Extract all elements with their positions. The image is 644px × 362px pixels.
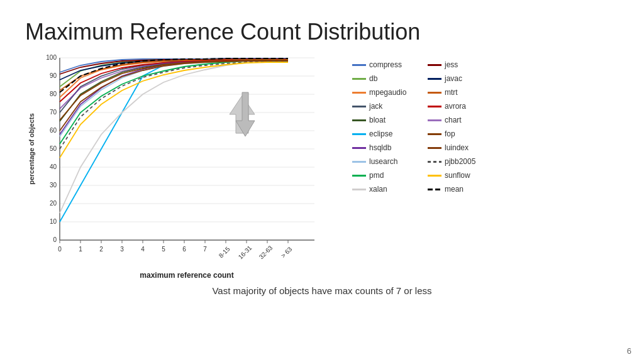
- legend-line-lusearch: [352, 161, 366, 163]
- svg-text:percentage of objects: percentage of objects: [28, 113, 35, 185]
- legend-line-xalan: [352, 189, 366, 190]
- legend-item-db: db: [352, 72, 428, 85]
- page-number: 6: [627, 346, 631, 356]
- svg-text:0: 0: [58, 246, 62, 253]
- svg-text:5: 5: [162, 246, 165, 253]
- legend-item-xalan: xalan: [352, 182, 428, 196]
- svg-text:6: 6: [182, 246, 186, 253]
- legend-item-bloat: bloat: [352, 113, 428, 127]
- svg-text:0: 0: [53, 236, 57, 243]
- svg-text:40: 40: [50, 163, 57, 170]
- legend-line-compress: [352, 64, 366, 66]
- legend-label-pjbb2005: pjbb2005: [445, 157, 475, 166]
- svg-text:10: 10: [50, 218, 57, 225]
- legend-item-eclipse: eclipse: [352, 127, 428, 141]
- legend-label-pmd: pmd: [369, 171, 384, 180]
- legend-label-db: db: [369, 74, 377, 83]
- legend-label-mtrt: mtrt: [445, 88, 458, 97]
- legend-label-javac: javac: [445, 74, 462, 83]
- svg-text:3: 3: [120, 246, 124, 253]
- legend-line-mean: [428, 189, 441, 190]
- legend-item-chart: chart: [428, 113, 509, 127]
- legend-line-pmd: [352, 175, 366, 177]
- legend-item-mtrt: mtrt: [428, 85, 509, 99]
- legend-label-chart: chart: [445, 116, 462, 124]
- legend-item-fop: fop: [428, 127, 509, 141]
- legend-line-chart: [428, 119, 441, 121]
- legend-line-mpegaudio: [352, 92, 366, 94]
- svg-text:20: 20: [50, 200, 57, 207]
- legend-item-mean: mean: [428, 182, 509, 196]
- legend-label-avrora: avrora: [445, 102, 466, 111]
- legend-label-eclipse: eclipse: [369, 129, 392, 138]
- legend-line-javac: [428, 78, 441, 80]
- legend-item-javac: javac: [428, 72, 509, 85]
- legend-item-avrora: avrora: [428, 99, 509, 113]
- legend-label-lusearch: lusearch: [369, 157, 397, 166]
- svg-text:30: 30: [50, 182, 57, 189]
- svg-text:> 63: > 63: [280, 245, 294, 259]
- caption: Vast majority of objects have max counts…: [25, 285, 619, 296]
- svg-text:maximum reference count: maximum reference count: [140, 271, 233, 280]
- svg-text:32-63: 32-63: [258, 244, 274, 260]
- legend-line-jack: [352, 106, 366, 107]
- legend-line-luindex: [428, 147, 441, 149]
- svg-text:100: 100: [46, 54, 57, 61]
- legend-label-bloat: bloat: [369, 116, 386, 124]
- legend-label-fop: fop: [445, 129, 455, 138]
- legend-line-fop: [428, 133, 441, 135]
- svg-text:60: 60: [50, 127, 57, 134]
- legend-item-jess: jess: [428, 58, 509, 72]
- legend-item-jack: jack: [352, 99, 428, 113]
- svg-text:1: 1: [79, 246, 82, 253]
- legend-item-hsqldb: hsqldb: [352, 141, 428, 155]
- chart-svg: 0 10 20 30 40 50 60 70 8: [25, 52, 346, 284]
- legend-label-sunflow: sunflow: [445, 171, 470, 180]
- svg-text:16-31: 16-31: [237, 244, 253, 260]
- legend-line-eclipse: [352, 133, 366, 135]
- legend-label-luindex: luindex: [445, 143, 469, 152]
- legend-label-jack: jack: [369, 102, 382, 111]
- legend-label-mpegaudio: mpegaudio: [369, 88, 406, 97]
- svg-text:2: 2: [99, 246, 103, 253]
- legend-line-db: [352, 78, 366, 80]
- legend-label-mean: mean: [445, 185, 464, 194]
- legend-item-mpegaudio: mpegaudio: [352, 85, 428, 99]
- legend-line-jess: [428, 64, 441, 66]
- slide: Maximum Reference Count Distribution 0 1…: [0, 0, 644, 362]
- content-area: 0 10 20 30 40 50 60 70 8: [25, 52, 619, 284]
- legend-item-sunflow: sunflow: [428, 168, 509, 182]
- legend: compress jess db javac mpegaudio mtrt: [352, 58, 509, 196]
- legend-line-bloat: [352, 119, 366, 121]
- legend-item-pjbb2005: pjbb2005: [428, 155, 509, 168]
- legend-label-jess: jess: [445, 60, 458, 69]
- legend-item-luindex: luindex: [428, 141, 509, 155]
- svg-text:50: 50: [50, 145, 57, 152]
- svg-text:4: 4: [141, 246, 145, 253]
- legend-line-pjbb2005: [428, 161, 441, 163]
- legend-label-xalan: xalan: [369, 185, 387, 194]
- svg-text:8-15: 8-15: [218, 245, 231, 259]
- svg-text:80: 80: [50, 90, 57, 97]
- legend-label-compress: compress: [369, 60, 402, 69]
- legend-item-compress: compress: [352, 58, 428, 72]
- svg-text:7: 7: [203, 246, 207, 253]
- legend-item-lusearch: lusearch: [352, 155, 428, 168]
- svg-text:90: 90: [50, 72, 57, 79]
- svg-text:70: 70: [50, 109, 57, 116]
- legend-line-avrora: [428, 106, 441, 107]
- slide-title: Maximum Reference Count Distribution: [25, 19, 619, 45]
- legend-label-hsqldb: hsqldb: [369, 143, 391, 152]
- legend-item-pmd: pmd: [352, 168, 428, 182]
- legend-line-mtrt: [428, 92, 441, 94]
- chart-container: 0 10 20 30 40 50 60 70 8: [25, 52, 346, 284]
- legend-line-sunflow: [428, 175, 441, 177]
- legend-line-hsqldb: [352, 147, 366, 149]
